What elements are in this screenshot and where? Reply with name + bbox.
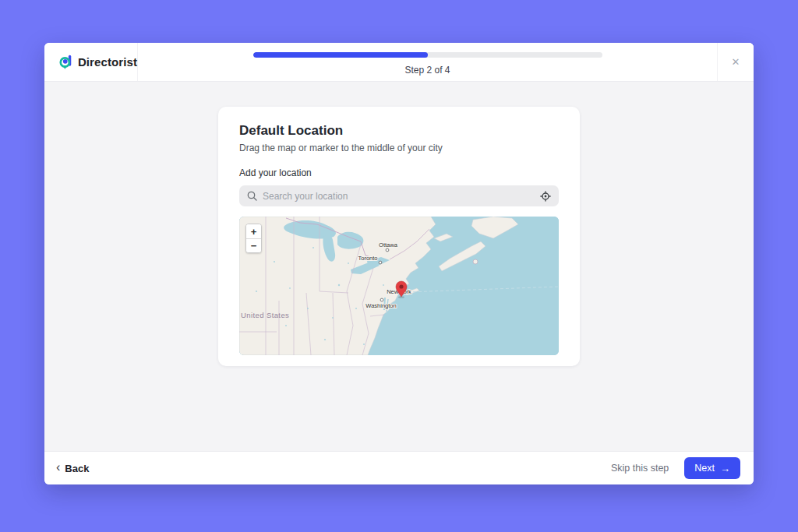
locate-me-button[interactable]	[540, 191, 551, 202]
city-dot-washington	[380, 298, 383, 301]
default-location-card: Default Location Drag the map or marker …	[218, 107, 580, 366]
brand-logo: Directorist	[44, 43, 138, 81]
back-button-label: Back	[65, 463, 89, 474]
wizard-footer: ‹ Back Skip this step Next →	[44, 451, 754, 484]
search-input[interactable]	[263, 191, 535, 202]
step-indicator: Step 2 of 4	[138, 65, 717, 76]
next-button[interactable]: Next →	[684, 457, 740, 479]
progress-bar	[253, 52, 602, 58]
map-label-washington: Washington	[365, 302, 396, 309]
directorist-logo-icon	[59, 52, 72, 72]
arrow-right-icon: →	[720, 463, 730, 474]
close-button[interactable]: ✕	[717, 43, 754, 81]
location-search-box	[239, 185, 559, 206]
city-dot-ottawa	[386, 248, 389, 252]
skip-step-button[interactable]: Skip this step	[611, 463, 669, 474]
map-label-ottawa: Ottawa	[379, 241, 398, 248]
zoom-in-button[interactable]: +	[246, 224, 261, 238]
wizard-header: Directorist Step 2 of 4 ✕	[44, 43, 754, 82]
brand-name: Directorist	[78, 55, 137, 69]
zoom-in-icon: +	[251, 227, 257, 237]
map-zoom-control: + −	[245, 224, 262, 253]
card-title: Default Location	[239, 123, 559, 139]
zoom-out-icon: −	[251, 241, 257, 251]
progress-section: Step 2 of 4	[138, 43, 717, 81]
map-label-toronto: Toronto	[358, 255, 377, 262]
close-icon: ✕	[732, 56, 740, 68]
map-label-country: United States	[241, 311, 289, 319]
map-basemap: Ottawa Toronto New York Washington Unite…	[239, 217, 559, 355]
location-map[interactable]: Ottawa Toronto New York Washington Unite…	[239, 217, 559, 355]
footer-actions: Skip this step Next →	[611, 457, 740, 479]
location-field-label: Add your location	[239, 167, 559, 178]
chevron-left-icon: ‹	[56, 461, 60, 475]
city-dot-toronto	[379, 261, 382, 264]
next-button-label: Next	[694, 463, 715, 474]
crosshair-icon	[540, 191, 551, 202]
back-button[interactable]: ‹ Back	[56, 461, 89, 475]
card-subtitle: Drag the map or marker to the middle of …	[239, 143, 559, 153]
setup-wizard-modal: Directorist Step 2 of 4 ✕ Default Locati…	[44, 43, 754, 484]
wizard-content: Default Location Drag the map or marker …	[44, 82, 754, 451]
zoom-out-button[interactable]: −	[246, 238, 261, 252]
progress-bar-fill	[253, 52, 428, 58]
search-icon	[247, 191, 257, 201]
